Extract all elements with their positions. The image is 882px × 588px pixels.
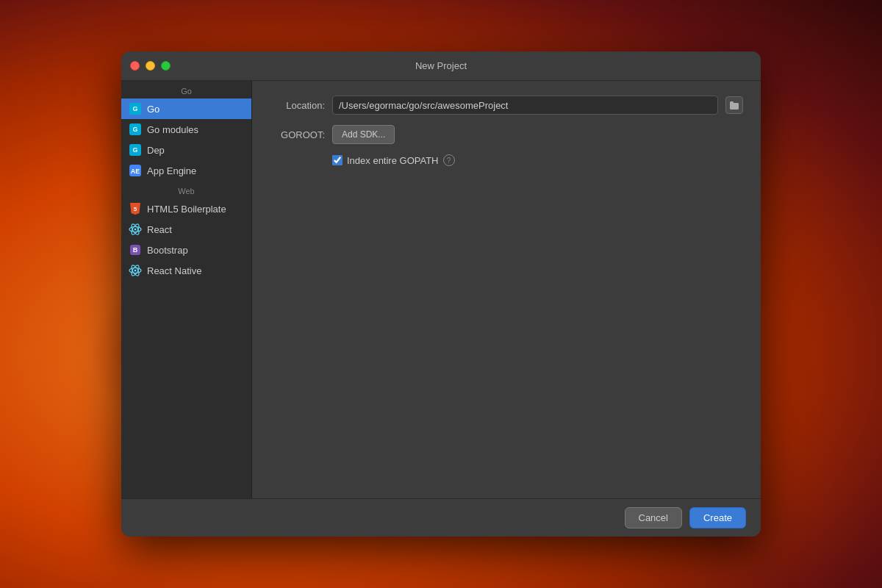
help-icon[interactable]: ? bbox=[443, 154, 455, 166]
goroot-label: GOROOT: bbox=[270, 129, 325, 140]
sidebar: Go G Go G Go modules G Dep bbox=[121, 81, 252, 498]
sidebar-item-bootstrap[interactable]: B Bootstrap bbox=[121, 240, 251, 260]
folder-button[interactable] bbox=[725, 96, 743, 114]
sidebar-item-dep[interactable]: G Dep bbox=[121, 140, 251, 160]
location-label: Location: bbox=[270, 100, 325, 111]
cancel-button[interactable]: Cancel bbox=[625, 507, 682, 528]
dialog-title: New Project bbox=[415, 60, 467, 71]
sidebar-item-label: HTML5 Boilerplate bbox=[147, 204, 226, 215]
svg-text:5: 5 bbox=[134, 206, 137, 212]
sidebar-item-label: App Engine bbox=[147, 165, 196, 176]
dialog-body: Go G Go G Go modules G Dep bbox=[121, 81, 761, 498]
html5-icon: 5 bbox=[129, 202, 142, 215]
title-bar: New Project bbox=[121, 51, 761, 81]
sidebar-item-html5[interactable]: 5 HTML5 Boilerplate bbox=[121, 198, 251, 219]
section-label-web: Web bbox=[121, 181, 251, 198]
sidebar-item-label: React bbox=[147, 224, 172, 235]
maximize-button[interactable] bbox=[161, 61, 171, 71]
index-gopath-checkbox[interactable] bbox=[332, 155, 343, 165]
sidebar-item-label: Bootstrap bbox=[147, 245, 188, 256]
sidebar-item-label: Dep bbox=[147, 145, 165, 156]
svg-point-11 bbox=[135, 270, 137, 272]
add-sdk-button[interactable]: Add SDK... bbox=[332, 125, 395, 144]
sidebar-item-label: React Native bbox=[147, 265, 201, 276]
sidebar-item-label: Go bbox=[147, 104, 159, 115]
new-project-dialog: New Project Go G Go G Go modules bbox=[121, 51, 761, 537]
react-icon bbox=[129, 223, 142, 236]
sidebar-item-go-modules[interactable]: G Go modules bbox=[121, 119, 251, 140]
traffic-lights bbox=[130, 61, 171, 71]
svg-point-7 bbox=[135, 229, 137, 231]
app-engine-icon: AE bbox=[129, 164, 142, 177]
close-button[interactable] bbox=[130, 61, 140, 71]
go-modules-icon: G bbox=[129, 123, 142, 136]
goroot-row: GOROOT: Add SDK... bbox=[270, 125, 743, 144]
sidebar-item-app-engine[interactable]: AE App Engine bbox=[121, 160, 251, 181]
dep-icon: G bbox=[129, 143, 142, 157]
sidebar-item-react[interactable]: React bbox=[121, 219, 251, 240]
react-native-icon bbox=[129, 264, 142, 277]
create-button[interactable]: Create bbox=[689, 507, 746, 528]
sidebar-item-label: Go modules bbox=[147, 124, 198, 135]
index-gopath-row: Index entire GOPATH ? bbox=[270, 154, 743, 166]
location-input[interactable] bbox=[332, 96, 718, 115]
sidebar-item-go[interactable]: G Go bbox=[121, 98, 251, 119]
location-row: Location: bbox=[270, 96, 743, 115]
sidebar-item-react-native[interactable]: React Native bbox=[121, 260, 251, 281]
main-content: Location: GOROOT: Add SDK... Index entir… bbox=[252, 81, 761, 498]
bootstrap-icon: B bbox=[129, 243, 142, 257]
go-icon: G bbox=[129, 102, 142, 115]
svg-text:AE: AE bbox=[131, 168, 140, 175]
index-gopath-label[interactable]: Index entire GOPATH bbox=[347, 155, 439, 166]
dialog-footer: Cancel Create bbox=[121, 498, 761, 537]
section-label-go: Go bbox=[121, 81, 251, 98]
minimize-button[interactable] bbox=[146, 61, 155, 71]
